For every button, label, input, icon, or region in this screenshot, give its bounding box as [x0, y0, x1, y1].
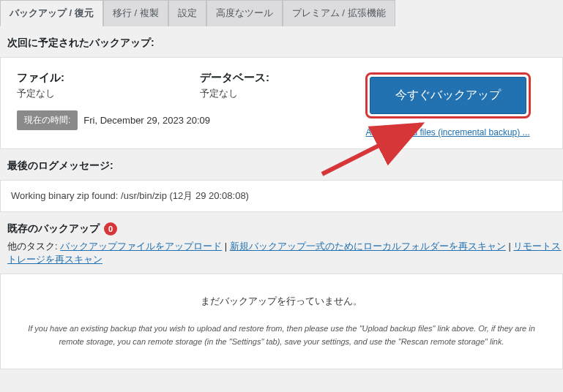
tab-premium[interactable]: プレミアム / 拡張機能 — [283, 0, 395, 26]
sep2: | — [506, 241, 514, 252]
schedule-right: 今すぐバックアップ Add changed files (incremental… — [333, 58, 562, 148]
tasks-label: 他のタスク: — [7, 241, 60, 252]
log-title: 最後のログメッセージ: — [0, 149, 563, 180]
backup-now-button[interactable]: 今すぐバックアップ — [370, 77, 526, 114]
empty-backups-box: まだバックアップを行っていません。 If you have an existin… — [0, 274, 563, 369]
log-message: Working binary zip found: /usr/bin/zip (… — [11, 190, 249, 201]
existing-title-text: 既存のバックアップ — [7, 222, 100, 235]
file-schedule: ファイル: 予定なし — [17, 71, 134, 100]
upload-backup-link[interactable]: バックアップファイルをアップロード — [60, 241, 222, 252]
db-value: 予定なし — [200, 87, 317, 100]
scheduled-title: 次回に予定されたバックアップ: — [0, 26, 563, 57]
empty-hint: If you have an existing backup that you … — [23, 323, 540, 348]
file-label: ファイル: — [17, 71, 134, 85]
other-tasks-line: 他のタスク: バックアップファイルをアップロード | 新規バックアップ一式のため… — [0, 240, 563, 274]
add-changed-files-link[interactable]: Add changed files (incremental backup) .… — [365, 127, 529, 137]
log-message-box: Working binary zip found: /usr/bin/zip (… — [0, 180, 563, 212]
sep1: | — [222, 241, 230, 252]
empty-message: まだバックアップを行っていません。 — [23, 295, 540, 308]
db-schedule: データベース: 予定なし — [200, 71, 317, 100]
schedule-panel: ファイル: 予定なし データベース: 予定なし 現在の時間: Fri, Dece… — [0, 57, 563, 149]
schedule-left: ファイル: 予定なし データベース: 予定なし 現在の時間: Fri, Dece… — [1, 58, 333, 148]
time-badge: 現在の時間: — [17, 110, 78, 130]
time-value: Fri, December 29, 2023 20:09 — [83, 115, 210, 126]
backup-count-badge: 0 — [104, 222, 117, 235]
backup-now-highlight: 今すぐバックアップ — [365, 72, 531, 118]
tab-backup-restore[interactable]: バックアップ / 復元 — [0, 0, 103, 26]
tab-advanced[interactable]: 高度なツール — [206, 0, 283, 26]
tab-settings[interactable]: 設定 — [168, 0, 206, 26]
db-label: データベース: — [200, 71, 317, 85]
rescan-local-link[interactable]: 新規バックアップ一式のためにローカルフォルダーを再スキャン — [230, 241, 506, 252]
tab-bar: バックアップ / 復元 移行 / 複製 設定 高度なツール プレミアム / 拡張… — [0, 0, 563, 26]
existing-backups-title: 既存のバックアップ 0 — [0, 212, 563, 240]
file-value: 予定なし — [17, 87, 134, 100]
current-time-row: 現在の時間: Fri, December 29, 2023 20:09 — [17, 110, 317, 130]
tab-migrate[interactable]: 移行 / 複製 — [103, 0, 168, 26]
